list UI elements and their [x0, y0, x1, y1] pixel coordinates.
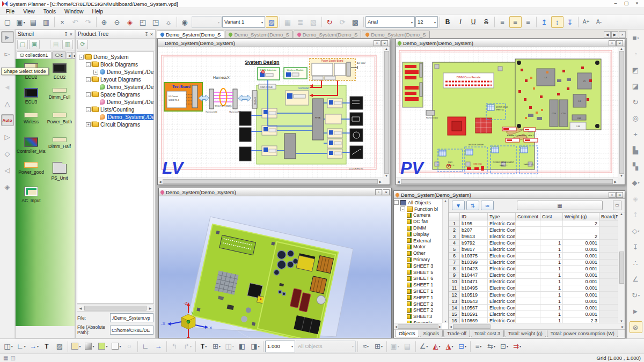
update-design-button[interactable]: ↻ — [324, 16, 336, 28]
block-diagram-canvas[interactable]: System Design Power Supply Board AC 100V — [158, 47, 383, 178]
tree-node[interactable]: Demo_System(./Demo_Syster — [77, 83, 153, 91]
table-row[interactable]: 12b10519 Electric Compc 10.001 — [449, 292, 619, 298]
board-stack-button[interactable]: ▧ — [308, 16, 320, 28]
close-icon[interactable]: × — [616, 192, 623, 198]
fill-green-swatch[interactable]: ▾ — [97, 341, 109, 352]
fill-yellow-swatch[interactable]: ▾ — [70, 341, 83, 352]
stencil-shape[interactable]: Dimm_Full — [46, 88, 74, 112]
stencil-shape[interactable]: Controller_Max — [17, 137, 46, 161]
menu-item[interactable]: Help — [89, 8, 107, 14]
tree-h-scrollbar[interactable]: ◀▶ — [394, 323, 442, 329]
table-row[interactable]: 8b10423 Electric Compc 10.001 — [449, 265, 619, 272]
maximize-button[interactable]: ▢ — [621, 1, 631, 7]
bottom-tool-button[interactable] — [68, 341, 68, 352]
stencil-shape[interactable]: ECU2 — [46, 63, 74, 87]
close-icon[interactable]: × — [70, 32, 72, 37]
stencil-collection-tab[interactable]: c — [52, 51, 67, 58]
file-value-field[interactable]: ./Demo_System.vp — [110, 313, 153, 322]
arrow2-tool-button[interactable]: → — [152, 341, 165, 352]
tree-node-leaf[interactable]: Primary — [394, 256, 448, 263]
fill-gray-swatch[interactable]: ▾ — [83, 341, 96, 352]
stencil-shape[interactable]: Power_Both — [46, 113, 74, 136]
touch-select-button[interactable]: ► — [630, 305, 642, 317]
distribute-button[interactable]: ⇆▾ — [485, 341, 497, 352]
close-icon[interactable]: × — [616, 40, 623, 46]
tree-node-leaf[interactable]: SHEET 2 — [394, 307, 448, 314]
stencil-open-button[interactable]: ▣ — [29, 40, 40, 49]
table-row[interactable]: 14b10567 Electric Compc 10.001 — [449, 305, 619, 311]
undo-button[interactable]: ↶ — [69, 16, 82, 28]
expander-icon[interactable]: - — [86, 62, 91, 67]
bottom-tool-button[interactable] — [166, 341, 167, 352]
expander-icon[interactable] — [93, 115, 98, 120]
stencil-collection-tab[interactable]: collection1 — [17, 51, 52, 58]
menu-item[interactable]: View — [19, 8, 39, 14]
stencil-shape[interactable]: ECU2 — [17, 63, 46, 87]
board-remove-button[interactable]: ◧ — [236, 341, 248, 352]
h-scrollbar[interactable]: ◀▶ — [158, 178, 383, 184]
tree-node-leaf[interactable]: SHEET3 — [394, 313, 448, 320]
place-on-face-button[interactable]: ◇▾ — [630, 225, 642, 237]
tree-node[interactable]: Demo_System(./Demo_Syster — [77, 98, 153, 106]
valign-bottom-button[interactable]: ↧ — [564, 16, 576, 28]
tree-node-root[interactable]: - All Objects — [394, 200, 448, 206]
tree-node-leaf[interactable]: SHEET 6 — [394, 276, 448, 282]
edit-sheet-button[interactable]: ▤ — [401, 341, 414, 352]
expander-icon[interactable]: - — [86, 107, 91, 112]
measure-tool-button[interactable]: ∠▾ — [418, 341, 430, 352]
sheet-tab[interactable]: Total: cost 3 — [471, 330, 504, 337]
stencil-import-button[interactable]: ▥ — [62, 40, 73, 49]
component-view-button[interactable]: ▦ — [282, 16, 294, 28]
menu-item[interactable]: File — [2, 8, 18, 14]
pin-icon[interactable]: ↧ — [144, 32, 149, 37]
object-lower-button[interactable]: ◪ — [630, 80, 642, 92]
table-h-scrollbar[interactable]: ◀▶ — [449, 323, 625, 329]
tab-close-icon[interactable]: × — [619, 31, 626, 38]
connect-mode-button[interactable]: △ — [1, 98, 14, 109]
restore-icon[interactable]: ▫ — [374, 40, 380, 46]
wire-tool-button[interactable]: ≈▾ — [360, 341, 372, 352]
expander-icon[interactable]: - — [79, 55, 84, 60]
dim-view-button[interactable]: ☼ — [163, 16, 175, 28]
stencil-shape[interactable]: AC_Input — [17, 187, 46, 210]
tab-prev-icon[interactable]: ◀ — [604, 31, 611, 38]
column-header[interactable]: Comment — [516, 213, 540, 220]
toolbar-button[interactable] — [280, 17, 280, 27]
table-row[interactable]: 1b195 Electric Compc 2 — [449, 220, 619, 227]
arrow-tool-button[interactable]: →▾ — [28, 341, 40, 352]
layout-toggle-icon[interactable]: ◫ — [10, 355, 15, 361]
strikethrough-button[interactable]: S — [480, 16, 493, 28]
close-icon[interactable]: × — [383, 189, 390, 195]
tree-node-leaf[interactable]: SHEET 1 — [394, 288, 448, 294]
table-row[interactable]: 15b10591 Electric Compc 10.001 — [449, 311, 619, 317]
screenshot-button[interactable]: ◉ — [179, 16, 191, 28]
valign-middle-button[interactable]: ↨ — [551, 16, 564, 28]
connector-tool-button[interactable]: ∟▾ — [15, 341, 27, 352]
column-header[interactable]: ID — [460, 213, 488, 220]
panel-toggle-icon[interactable]: ▦ — [3, 355, 8, 361]
table-row[interactable]: 7b10399 Electric Compc 10.001 — [449, 259, 619, 265]
column-header[interactable] — [449, 213, 460, 220]
file-abs-value-field[interactable]: C:/home/CR8E/DE — [110, 326, 153, 335]
auto-route-button[interactable]: Auto — [1, 114, 14, 126]
variant-combo[interactable]: Variant 1▾ — [222, 16, 265, 28]
menu-item[interactable]: Window — [61, 8, 87, 14]
tree-node-leaf[interactable]: SHEET 1 — [394, 282, 448, 288]
tree-node-leaf[interactable]: SHEET 3 — [394, 263, 448, 269]
sync-button[interactable]: ⟳ — [336, 16, 349, 28]
h-scrollbar[interactable]: ◀▶ — [396, 178, 618, 184]
rotate-left-button[interactable]: ◭▾ — [430, 341, 443, 352]
tree-node[interactable]: - Lists/Counting — [77, 106, 153, 113]
tree-node-leaf[interactable]: SHEET 5 — [394, 269, 448, 276]
valign-top-button[interactable]: ↥ — [538, 16, 551, 28]
push-down-button[interactable]: ↧ — [630, 241, 642, 253]
reroute2-button[interactable]: ↱▾ — [181, 341, 194, 352]
v-scrollbar[interactable]: ▲▼ — [618, 47, 625, 178]
component-filter-button[interactable]: ▦ — [517, 201, 603, 210]
stencil-shape[interactable]: Power_good — [17, 162, 46, 186]
hierarchy-view-button[interactable]: ≣ — [295, 16, 307, 28]
zoom-3d-button[interactable]: ◎ — [630, 112, 642, 124]
table-row[interactable]: 3b9613 Electric Compc 2 — [449, 233, 619, 240]
toolbar-button[interactable] — [54, 17, 55, 27]
open-file-button[interactable]: ▣▾ — [14, 16, 27, 28]
